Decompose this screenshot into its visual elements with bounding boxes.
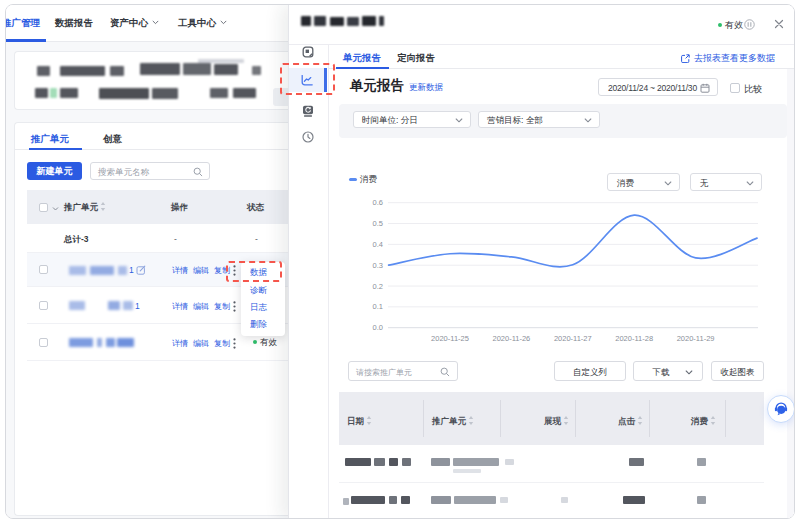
column-status: 状态 bbox=[247, 202, 264, 214]
summary-total: 总计-3 bbox=[64, 234, 89, 246]
compare-checkbox[interactable] bbox=[730, 83, 740, 93]
menu-item-delete[interactable]: 删除 bbox=[250, 319, 267, 331]
column-unit[interactable]: 推广单元 bbox=[432, 416, 474, 428]
more-actions-kebab-icon[interactable] bbox=[233, 338, 236, 349]
svg-text:2020-11-28: 2020-11-28 bbox=[615, 334, 653, 343]
sort-icon[interactable] bbox=[366, 416, 372, 425]
action-detail[interactable]: 详情 bbox=[172, 266, 188, 275]
data-row-1[interactable] bbox=[339, 445, 764, 483]
row-checkbox[interactable] bbox=[39, 301, 48, 310]
status-badge: 有效 bbox=[253, 337, 277, 349]
filter-bar: 时间单位: 分日 营销目标: 全部 bbox=[339, 104, 787, 138]
consumption-line-chart: 0.00.10.20.30.40.50.62020-11-252020-11-2… bbox=[344, 196, 764, 346]
secondary-select-value: 无 bbox=[700, 178, 709, 190]
more-data-link[interactable]: 去报表查看更多数据 bbox=[681, 52, 775, 65]
column-divider bbox=[725, 400, 726, 437]
sort-icon[interactable] bbox=[100, 202, 106, 211]
more-actions-kebab-icon[interactable] bbox=[233, 301, 236, 312]
row-checkbox[interactable] bbox=[39, 338, 48, 347]
column-impressions[interactable]: 展现 bbox=[544, 416, 569, 428]
nav-item-tool-center[interactable]: 工具中心 bbox=[178, 17, 227, 30]
search-icon bbox=[193, 167, 203, 177]
calendar-icon bbox=[700, 83, 710, 93]
custom-columns-button[interactable]: 自定义列 bbox=[554, 361, 626, 381]
menu-item-log[interactable]: 日志 bbox=[250, 302, 267, 314]
sort-icon[interactable] bbox=[637, 416, 643, 425]
nav-item-promotion-manage[interactable]: 推广管理 bbox=[6, 17, 40, 30]
unit-list-card: 推广单元 创意 新建单元 搜索单元名称 推广单元 操作 状态 总计-3 - - bbox=[14, 122, 288, 516]
action-detail[interactable]: 详情 bbox=[172, 302, 188, 311]
svg-text:0.4: 0.4 bbox=[373, 240, 383, 249]
svg-text:2020-11-27: 2020-11-27 bbox=[554, 334, 592, 343]
action-copy[interactable]: 复制 bbox=[214, 339, 230, 348]
column-clicks[interactable]: 点击 bbox=[618, 416, 643, 428]
action-edit[interactable]: 编辑 bbox=[193, 339, 209, 348]
download-button[interactable]: 下载 bbox=[633, 361, 703, 381]
customer-support-button[interactable] bbox=[767, 395, 795, 423]
collapse-chart-button[interactable]: 收起图表 bbox=[711, 361, 764, 381]
report-title: 单元报告 bbox=[350, 77, 404, 95]
data-table-header: 日期 推广单元 展现 点击 消费 bbox=[339, 392, 764, 445]
legend-swatch bbox=[349, 178, 357, 181]
menu-item-diagnose[interactable]: 诊断 bbox=[250, 285, 267, 297]
edit-name-icon[interactable] bbox=[136, 265, 146, 275]
chevron-down-icon bbox=[220, 19, 227, 26]
sort-icon[interactable] bbox=[563, 416, 569, 425]
action-detail[interactable]: 详情 bbox=[172, 339, 188, 348]
select-options-chevron-icon[interactable] bbox=[52, 206, 59, 212]
column-unit-name[interactable]: 推广单元 bbox=[64, 202, 106, 214]
nav-item-asset-center[interactable]: 资产中心 bbox=[110, 17, 159, 30]
action-edit[interactable]: 编辑 bbox=[193, 302, 209, 311]
scrollbar-gutter[interactable] bbox=[787, 69, 795, 519]
column-divider bbox=[649, 400, 650, 437]
chevron-down-icon bbox=[746, 180, 754, 187]
unit-search-placeholder: 搜索单元名称 bbox=[98, 167, 149, 179]
select-all-checkbox[interactable] bbox=[39, 203, 48, 212]
nav-item-data-report[interactable]: 数据报告 bbox=[55, 17, 93, 30]
svg-text:0.1: 0.1 bbox=[373, 302, 383, 311]
drawer-header: 有效 bbox=[289, 5, 795, 45]
unit-card-tabs: 推广单元 创意 bbox=[15, 123, 288, 150]
chevron-down-icon bbox=[455, 117, 463, 124]
unit-name-suffix[interactable]: 1 bbox=[129, 265, 134, 275]
data-row-2[interactable] bbox=[339, 483, 764, 519]
sidebar-log-icon[interactable] bbox=[302, 105, 314, 117]
row-checkbox[interactable] bbox=[39, 265, 48, 274]
summary-status: - bbox=[255, 234, 258, 244]
active-tab-underline bbox=[29, 148, 82, 150]
sort-icon[interactable] bbox=[710, 416, 716, 425]
row-actions: 详情编辑复制 bbox=[172, 301, 235, 312]
action-copy[interactable]: 复制 bbox=[214, 302, 230, 311]
pause-unit-icon[interactable] bbox=[744, 19, 755, 30]
chevron-down-icon bbox=[584, 117, 592, 124]
annotation-box-menu-data bbox=[226, 261, 282, 282]
refresh-data-link[interactable]: 更新数据 bbox=[409, 82, 443, 94]
column-date[interactable]: 日期 bbox=[347, 416, 372, 428]
sidebar-diagnose-icon[interactable] bbox=[302, 46, 314, 58]
time-unit-select[interactable]: 时间单位: 分日 bbox=[353, 111, 471, 128]
new-unit-button[interactable]: 新建单元 bbox=[27, 162, 82, 180]
unit-search-input[interactable]: 搜索单元名称 bbox=[90, 162, 210, 180]
table-search-input[interactable]: 请搜索推广单元 bbox=[348, 361, 458, 381]
date-range-picker[interactable]: 2020/11/24 ~ 2020/11/30 bbox=[598, 78, 718, 96]
close-icon[interactable] bbox=[774, 19, 784, 29]
svg-text:0.2: 0.2 bbox=[373, 282, 383, 291]
campaign-summary-card bbox=[14, 51, 288, 110]
tab-unit-report[interactable]: 单元报告 bbox=[343, 52, 381, 65]
column-cost[interactable]: 消费 bbox=[691, 416, 716, 428]
unit-name-suffix[interactable]: 1 bbox=[135, 301, 140, 311]
tab-targeting-report[interactable]: 定向报告 bbox=[397, 52, 435, 65]
annotation-box-chart-icon bbox=[280, 63, 335, 95]
secondary-metric-select[interactable]: 无 bbox=[690, 173, 762, 191]
status-dot bbox=[718, 23, 722, 27]
metric-select[interactable]: 消费 bbox=[607, 173, 680, 191]
sort-icon[interactable] bbox=[468, 416, 474, 425]
tab-creative[interactable]: 创意 bbox=[103, 133, 122, 146]
sidebar-history-clock-icon[interactable] bbox=[302, 131, 314, 143]
marketing-goal-select[interactable]: 营销目标: 全部 bbox=[478, 111, 600, 128]
summary-operation: - bbox=[174, 234, 177, 244]
chevron-down-icon bbox=[152, 19, 159, 26]
tab-promotion-unit[interactable]: 推广单元 bbox=[31, 133, 69, 146]
action-edit[interactable]: 编辑 bbox=[193, 266, 209, 275]
drawer-status-badge: 有效 bbox=[718, 19, 743, 32]
